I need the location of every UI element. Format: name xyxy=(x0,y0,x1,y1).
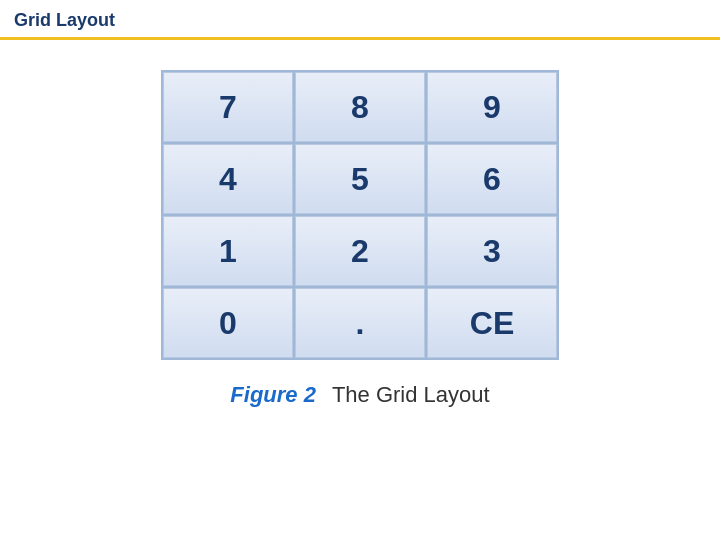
calculator-grid: 7 8 9 4 5 6 1 2 3 0 . xyxy=(161,70,559,360)
caption-label: Figure 2 xyxy=(230,382,316,408)
grid-cell-8[interactable]: 8 xyxy=(295,72,425,142)
grid-cell-5[interactable]: 5 xyxy=(295,144,425,214)
main-content: 7 8 9 4 5 6 1 2 3 0 . xyxy=(0,40,720,408)
grid-cell-6[interactable]: 6 xyxy=(427,144,557,214)
grid-cell-dot[interactable]: . xyxy=(295,288,425,358)
grid-cell-7[interactable]: 7 xyxy=(163,72,293,142)
grid-cell-9[interactable]: 9 xyxy=(427,72,557,142)
grid-cell-0[interactable]: 0 xyxy=(163,288,293,358)
page-title: Grid Layout xyxy=(14,10,115,30)
page-header: Grid Layout xyxy=(0,0,720,40)
figure-caption: Figure 2 The Grid Layout xyxy=(230,382,489,408)
caption-text: The Grid Layout xyxy=(332,382,490,408)
grid-cell-ce[interactable]: CE xyxy=(427,288,557,358)
grid-cell-1[interactable]: 1 xyxy=(163,216,293,286)
grid-cell-3[interactable]: 3 xyxy=(427,216,557,286)
grid-cell-4[interactable]: 4 xyxy=(163,144,293,214)
grid-cell-2[interactable]: 2 xyxy=(295,216,425,286)
